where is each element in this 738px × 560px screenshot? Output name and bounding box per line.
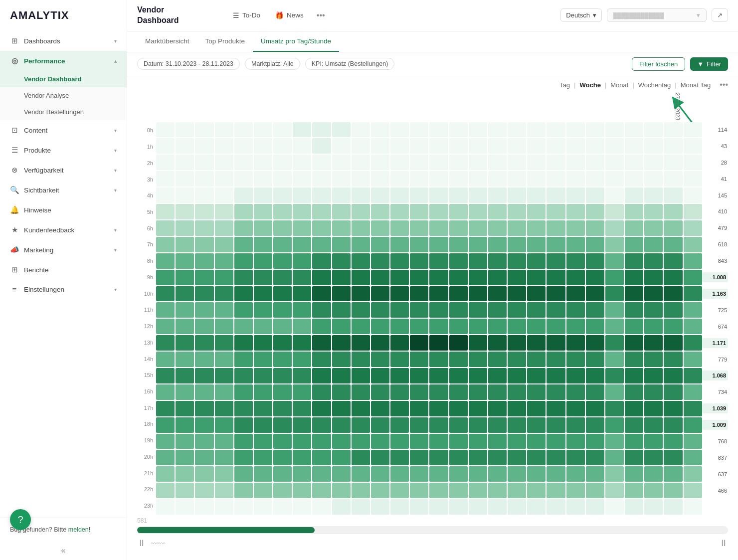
heatmap-cell[interactable] [508, 483, 526, 498]
heatmap-cell[interactable] [273, 122, 292, 138]
heatmap-cell[interactable] [176, 286, 194, 302]
heatmap-cell[interactable] [312, 368, 331, 383]
heatmap-cell[interactable] [332, 122, 351, 138]
heatmap-cell[interactable] [156, 352, 175, 367]
heatmap-cell[interactable] [449, 237, 468, 252]
heatmap-cell[interactable] [547, 171, 565, 187]
heatmap-cell[interactable] [215, 155, 233, 170]
heatmap-cell[interactable] [625, 302, 643, 318]
heatmap-cell[interactable] [234, 450, 253, 465]
heatmap-cell[interactable] [332, 187, 351, 203]
heatmap-cell[interactable] [664, 220, 682, 236]
heatmap-cell[interactable] [625, 450, 643, 465]
heatmap-cell[interactable] [625, 171, 643, 187]
heatmap-cell[interactable] [469, 122, 487, 138]
heatmap-cell[interactable] [566, 122, 585, 138]
heatmap-cell[interactable] [352, 171, 370, 187]
heatmap-cell[interactable] [625, 352, 643, 367]
heatmap-cell[interactable] [410, 171, 428, 187]
heatmap-cell[interactable] [684, 483, 702, 498]
heatmap-cell[interactable] [566, 155, 585, 170]
tab-umsatz[interactable]: Umsatz pro Tag/Stunde [253, 31, 339, 52]
heatmap-scrollbar[interactable] [137, 526, 728, 534]
heatmap-cell[interactable] [605, 220, 624, 236]
time-nav-wochentag[interactable]: Wochentag [634, 80, 675, 90]
heatmap-cell[interactable] [488, 368, 507, 383]
header-nav-news[interactable]: 🎁 News [269, 8, 310, 22]
heatmap-cell[interactable] [488, 302, 507, 318]
heatmap-cell[interactable] [527, 401, 546, 416]
heatmap-cell[interactable] [312, 384, 331, 400]
heatmap-cell[interactable] [429, 384, 448, 400]
heatmap-cell[interactable] [605, 483, 624, 498]
heatmap-cell[interactable] [508, 220, 526, 236]
heatmap-cell[interactable] [254, 187, 272, 203]
heatmap-cell[interactable] [644, 187, 663, 203]
heatmap-cell[interactable] [547, 352, 565, 367]
heatmap-cell[interactable] [488, 138, 507, 154]
heatmap-cell[interactable] [390, 122, 409, 138]
heatmap-cell[interactable] [390, 286, 409, 302]
heatmap-cell[interactable] [352, 253, 370, 269]
heatmap-cell[interactable] [176, 302, 194, 318]
heatmap-cell[interactable] [332, 204, 351, 219]
heatmap-cell[interactable] [449, 270, 468, 285]
heatmap-cell[interactable] [469, 450, 487, 465]
heatmap-cell[interactable] [390, 302, 409, 318]
heatmap-cell[interactable] [195, 352, 213, 367]
heatmap-cell[interactable] [254, 253, 272, 269]
sidebar-item-kundenfeedback[interactable]: ★ Kundenfeedback ▾ [0, 220, 127, 240]
heatmap-cell[interactable] [684, 417, 702, 433]
heatmap-cell[interactable] [605, 335, 624, 351]
heatmap-cell[interactable] [371, 187, 389, 203]
heatmap-cell[interactable] [566, 319, 585, 334]
heatmap-cell[interactable] [449, 368, 468, 383]
sidebar-item-dashboards[interactable]: ⊞ Dashboards ▾ [0, 31, 127, 51]
heatmap-cell[interactable] [644, 401, 663, 416]
heatmap-cell[interactable] [605, 450, 624, 465]
heatmap-cell[interactable] [547, 187, 565, 203]
header-nav-more[interactable]: ••• [313, 8, 329, 23]
heatmap-cell[interactable] [508, 384, 526, 400]
heatmap-cell[interactable] [371, 384, 389, 400]
heatmap-cell[interactable] [644, 450, 663, 465]
filter-marktplatz[interactable]: Marktplatz: Alle [245, 58, 300, 70]
heatmap-cell[interactable] [312, 253, 331, 269]
heatmap-cell[interactable] [429, 466, 448, 482]
heatmap-cell[interactable] [352, 434, 370, 449]
heatmap-cell[interactable] [195, 253, 213, 269]
heatmap-cell[interactable] [293, 466, 311, 482]
heatmap-cell[interactable] [195, 122, 213, 138]
heatmap-cell[interactable] [156, 466, 175, 482]
heatmap-cell[interactable] [195, 319, 213, 334]
heatmap-cell[interactable] [410, 483, 428, 498]
heatmap-cell[interactable] [156, 302, 175, 318]
heatmap-cell[interactable] [527, 319, 546, 334]
heatmap-cell[interactable] [293, 122, 311, 138]
heatmap-cell[interactable] [156, 434, 175, 449]
heatmap-cell[interactable] [664, 204, 682, 219]
tab-top-produkte[interactable]: Top Produkte [197, 31, 253, 52]
heatmap-cell[interactable] [176, 122, 194, 138]
heatmap-cell[interactable] [312, 319, 331, 334]
heatmap-cell[interactable] [176, 155, 194, 170]
heatmap-cell[interactable] [508, 368, 526, 383]
heatmap-cell[interactable] [586, 483, 604, 498]
heatmap-cell[interactable] [664, 286, 682, 302]
heatmap-cell[interactable] [352, 384, 370, 400]
heatmap-cell[interactable] [664, 319, 682, 334]
heatmap-cell[interactable] [390, 270, 409, 285]
heatmap-cell[interactable] [215, 483, 233, 498]
heatmap-cell[interactable] [234, 270, 253, 285]
heatmap-cell[interactable] [371, 253, 389, 269]
heatmap-cell[interactable] [312, 401, 331, 416]
tab-marktubersicht[interactable]: Marktübersicht [137, 31, 197, 52]
heatmap-cell[interactable] [156, 171, 175, 187]
heatmap-cell[interactable] [371, 466, 389, 482]
heatmap-cell[interactable] [215, 434, 233, 449]
heatmap-cell[interactable] [215, 187, 233, 203]
heatmap-cell[interactable] [215, 286, 233, 302]
heatmap-cell[interactable] [469, 237, 487, 252]
heatmap-cell[interactable] [508, 499, 526, 515]
heatmap-cell[interactable] [664, 483, 682, 498]
